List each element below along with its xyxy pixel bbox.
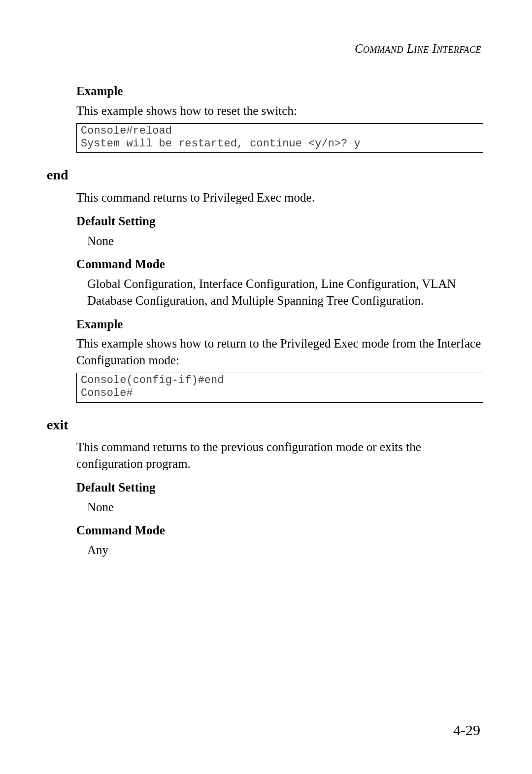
example-intro-1: This example shows how to reset the swit… [76,103,485,119]
end-command-mode-value: Global Configuration, Interface Configur… [87,276,485,309]
code-example-reload: Console#reload System will be restarted,… [76,123,483,153]
exit-description: This command returns to the previous con… [76,439,485,472]
command-heading-exit: exit [47,416,485,434]
page: Command Line Interface Example This exam… [0,0,532,774]
exit-default-setting-value: None [87,499,485,516]
end-example-label: Example [76,316,485,333]
exit-default-setting-label: Default Setting [76,479,485,496]
running-head: Command Line Interface [47,42,485,56]
end-example-intro: This example shows how to return to the … [76,335,485,369]
example-heading-1: Example [76,83,485,100]
page-number: 4-29 [453,722,480,739]
end-default-setting-value: None [87,233,485,249]
end-default-setting-label: Default Setting [76,213,485,230]
end-description: This command returns to Privileged Exec … [76,189,485,206]
code-example-end: Console(config-if)#end Console# [76,373,483,403]
body-area: Example This example shows how to reset … [76,83,485,559]
exit-command-mode-label: Command Mode [76,522,485,539]
exit-command-mode-value: Any [87,542,485,559]
end-command-mode-label: Command Mode [76,256,485,273]
command-heading-end: end [47,166,485,184]
